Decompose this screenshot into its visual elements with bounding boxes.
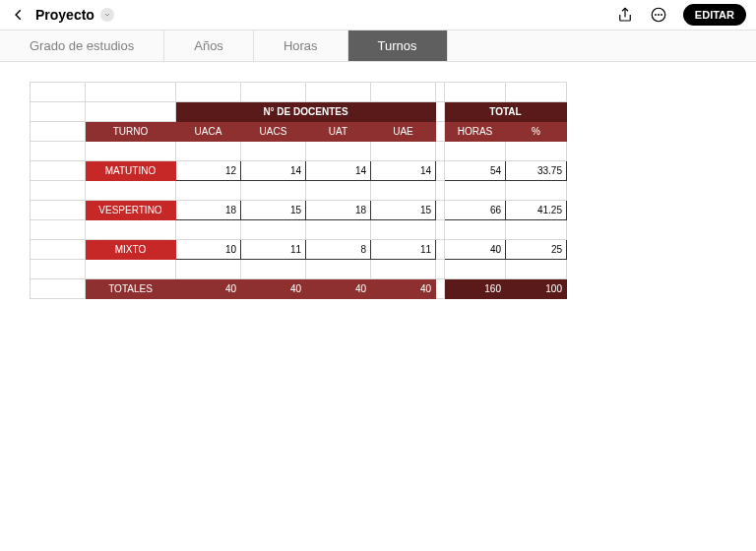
col-header: UACA <box>176 122 241 142</box>
document-title-wrap[interactable]: Proyecto <box>35 7 114 23</box>
cell[interactable]: 40 <box>445 240 506 260</box>
col-header: UACS <box>241 122 306 142</box>
totals-row: TOTALES 40 40 40 40 160 100 <box>31 279 567 299</box>
row-label: MATUTINO <box>86 161 176 181</box>
cell[interactable]: 33.75 <box>506 161 567 181</box>
cell[interactable]: 10 <box>176 240 241 260</box>
edit-button[interactable]: EDITAR <box>683 4 746 26</box>
group-header-row: N° DE DOCENTES TOTAL <box>31 102 567 122</box>
tab-turnos[interactable]: Turnos <box>348 31 448 61</box>
totals-label: TOTALES <box>86 279 176 299</box>
grid-row <box>31 142 567 161</box>
svg-point-2 <box>658 15 659 16</box>
total-cell: 40 <box>306 279 371 299</box>
cell[interactable]: 18 <box>306 201 371 220</box>
tab-grado[interactable]: Grado de estudios <box>0 31 164 61</box>
svg-point-1 <box>655 15 656 16</box>
cell[interactable]: 18 <box>176 201 241 220</box>
total-cell: 40 <box>176 279 241 299</box>
cell[interactable]: 66 <box>445 201 506 220</box>
total-cell: 40 <box>371 279 436 299</box>
document-title: Proyecto <box>35 7 94 23</box>
cell[interactable]: 25 <box>506 240 567 260</box>
table-row: VESPERTINO 18 15 18 15 66 41.25 <box>31 201 567 220</box>
row-label: VESPERTINO <box>86 201 176 220</box>
sheet-tabs: Grado de estudios Años Horas Turnos <box>0 30 756 62</box>
total-cell: 100 <box>506 279 567 299</box>
cell[interactable]: 54 <box>445 161 506 181</box>
cell[interactable]: 8 <box>306 240 371 260</box>
col-header: UAE <box>371 122 436 142</box>
cell[interactable]: 14 <box>241 161 306 181</box>
top-toolbar: Proyecto EDITAR <box>0 0 756 30</box>
tab-anios[interactable]: Años <box>164 31 254 61</box>
grid-row <box>31 83 567 102</box>
cell[interactable]: 15 <box>241 201 306 220</box>
table-row: MATUTINO 12 14 14 14 54 33.75 <box>31 161 567 181</box>
cell[interactable]: 12 <box>176 161 241 181</box>
back-icon[interactable] <box>10 6 28 24</box>
data-table: N° DE DOCENTES TOTAL TURNO UACA UACS UAT… <box>30 82 567 299</box>
grid-row <box>31 220 567 240</box>
cell[interactable]: 14 <box>306 161 371 181</box>
col-header: UAT <box>306 122 371 142</box>
svg-point-3 <box>661 15 662 16</box>
column-header-row: TURNO UACA UACS UAT UAE HORAS % <box>31 122 567 142</box>
total-cell: 160 <box>445 279 506 299</box>
col-header: HORAS <box>445 122 506 142</box>
chevron-down-icon <box>100 8 114 22</box>
table-row: MIXTO 10 11 8 11 40 25 <box>31 240 567 260</box>
cell[interactable]: 15 <box>371 201 436 220</box>
group-header-docentes: N° DE DOCENTES <box>176 102 436 122</box>
cell[interactable]: 11 <box>241 240 306 260</box>
total-cell: 40 <box>241 279 306 299</box>
cell[interactable]: 11 <box>371 240 436 260</box>
row-label: MIXTO <box>86 240 176 260</box>
row-header-label: TURNO <box>86 122 176 142</box>
cell[interactable]: 41.25 <box>506 201 567 220</box>
group-header-total: TOTAL <box>445 102 567 122</box>
col-header: % <box>506 122 567 142</box>
grid-row <box>31 181 567 201</box>
tab-horas[interactable]: Horas <box>254 31 348 61</box>
cell[interactable]: 14 <box>371 161 436 181</box>
grid-row <box>31 260 567 279</box>
share-icon[interactable] <box>614 4 636 26</box>
spreadsheet-area[interactable]: N° DE DOCENTES TOTAL TURNO UACA UACS UAT… <box>0 62 756 299</box>
more-icon[interactable] <box>648 4 669 26</box>
